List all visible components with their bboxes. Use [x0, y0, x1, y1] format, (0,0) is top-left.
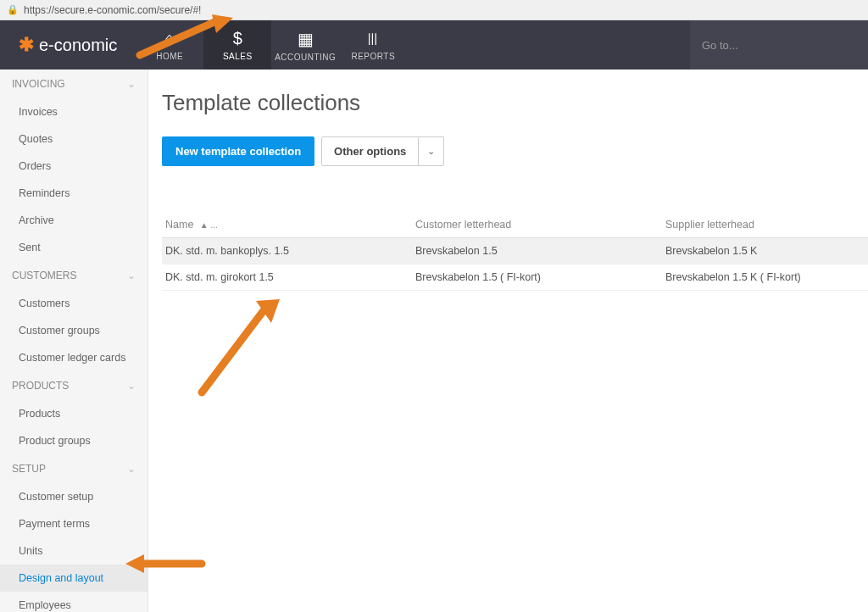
chevron-down-icon: ⌄ [127, 463, 136, 475]
table-row[interactable]: DK. std. m. bankoplys. 1.5Brevskabelon 1… [162, 238, 868, 264]
sidebar-item-units[interactable]: Units [0, 537, 147, 565]
chevron-down-icon: ⌄ [127, 78, 136, 90]
sidebar-group-customers[interactable]: CUSTOMERS⌄ [0, 261, 147, 290]
other-options-button[interactable]: Other options [321, 136, 419, 166]
template-table: Name ▲ ... Customer letterhead Supplier … [162, 212, 868, 291]
cell-customer-letterhead: Brevskabelon 1.5 ( FI-kort) [415, 271, 665, 283]
sidebar-item-reminders[interactable]: Reminders [0, 180, 147, 207]
other-options-group: Other options ⌄ [321, 136, 444, 166]
col-header-name[interactable]: Name ▲ ... [165, 219, 415, 231]
cell-supplier-letterhead: Brevskabelon 1.5 K [665, 245, 865, 257]
other-options-caret-button[interactable]: ⌄ [419, 136, 444, 166]
sales-icon: $ [233, 29, 242, 48]
sidebar-item-customer-setup[interactable]: Customer setup [0, 483, 147, 510]
new-template-collection-button[interactable]: New template collection [162, 136, 314, 166]
nav-home[interactable]: ⌂HOME [136, 20, 203, 70]
sidebar-item-payment-terms[interactable]: Payment terms [0, 510, 147, 537]
col-header-customer-letterhead[interactable]: Customer letterhead [415, 219, 665, 231]
home-icon: ⌂ [164, 29, 175, 48]
sidebar-item-sent[interactable]: Sent [0, 234, 147, 261]
chevron-down-icon: ⌄ [127, 270, 136, 281]
sidebar-item-employees[interactable]: Employees [0, 592, 147, 612]
lock-icon: 🔒 [7, 4, 19, 15]
cell-customer-letterhead: Brevskabelon 1.5 [415, 245, 665, 257]
col-header-supplier-letterhead[interactable]: Supplier letterhead [665, 219, 865, 231]
sidebar-item-customers[interactable]: Customers [0, 290, 147, 317]
sidebar-item-orders[interactable]: Orders [0, 153, 147, 180]
cell-supplier-letterhead: Brevskabelon 1.5 K ( FI-kort) [665, 271, 865, 283]
page-title: Template collections [162, 90, 868, 116]
main-content: Template collections New template collec… [148, 70, 868, 612]
chevron-down-icon: ⌄ [427, 146, 435, 156]
sidebar-item-products[interactable]: Products [0, 400, 147, 427]
nav-sales[interactable]: $SALES [203, 20, 271, 70]
sidebar-item-quotes[interactable]: Quotes [0, 125, 147, 153]
sort-indicator: ▲ ... [200, 220, 218, 230]
reports-icon: ⫼ [364, 29, 381, 48]
accounting-icon: ▦ [298, 29, 314, 49]
sidebar-item-product-groups[interactable]: Product groups [0, 427, 147, 454]
brand-logo[interactable]: ✱ e-conomic [0, 20, 136, 70]
nav-accounting[interactable]: ▦ACCOUNTING [271, 20, 339, 70]
cell-name: DK. std. m. girokort 1.5 [165, 271, 415, 283]
sidebar-item-customer-groups[interactable]: Customer groups [0, 317, 147, 344]
sidebar-group-invoicing[interactable]: INVOICING⌄ [0, 70, 147, 98]
logo-mark-icon: ✱ [19, 34, 34, 56]
action-row: New template collection Other options ⌄ [162, 136, 868, 166]
sidebar-item-design-and-layout[interactable]: Design and layout [0, 565, 147, 592]
top-navigation: ✱ e-conomic ⌂HOME$SALES▦ACCOUNTING⫼REPOR… [0, 20, 868, 70]
sidebar-item-invoices[interactable]: Invoices [0, 98, 147, 125]
table-header: Name ▲ ... Customer letterhead Supplier … [162, 212, 868, 238]
chevron-down-icon: ⌄ [127, 380, 136, 392]
sidebar-group-products[interactable]: PRODUCTS⌄ [0, 371, 147, 400]
cell-name: DK. std. m. bankoplys. 1.5 [165, 245, 415, 257]
global-search[interactable]: Go to... [690, 20, 868, 70]
sidebar-group-setup[interactable]: SETUP⌄ [0, 454, 147, 483]
sidebar-item-customer-ledger-cards[interactable]: Customer ledger cards [0, 344, 147, 371]
browser-url-bar: 🔒 https://secure.e-conomic.com/secure/#! [0, 0, 868, 20]
brand-text: e-conomic [39, 36, 117, 55]
table-row[interactable]: DK. std. m. girokort 1.5Brevskabelon 1.5… [162, 264, 868, 291]
nav-reports[interactable]: ⫼REPORTS [339, 20, 407, 70]
sidebar: INVOICING⌄InvoicesQuotesOrdersRemindersA… [0, 70, 148, 612]
url-text: https://secure.e-conomic.com/secure/#! [24, 4, 201, 16]
sidebar-item-archive[interactable]: Archive [0, 207, 147, 234]
search-placeholder: Go to... [702, 39, 738, 52]
